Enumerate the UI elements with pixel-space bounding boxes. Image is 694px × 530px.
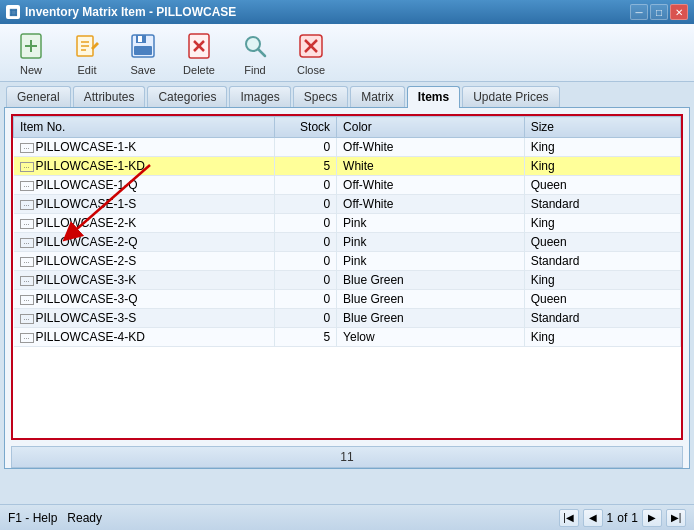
status-bar: F1 - Help Ready |◀ ◀ 1 of 1 ▶ ▶| [0,504,694,530]
cell-stock: 0 [274,214,337,233]
total-pages: 1 [631,511,638,525]
edit-button[interactable]: Edit [62,26,112,80]
tab-general[interactable]: General [6,86,71,107]
table-row[interactable]: ···PILLOWCASE-2-K0PinkKing [14,214,681,233]
col-header-item-no: Item No. [14,117,275,138]
window-title: Inventory Matrix Item - PILLOWCASE [25,5,236,19]
cell-item-no: ···PILLOWCASE-1-K [14,138,275,157]
cell-color: Off-White [337,176,525,195]
app-icon: ▦ [6,5,20,19]
items-table-wrapper[interactable]: Item No.StockColorSize ···PILLOWCASE-1-K… [11,114,683,440]
cell-item-no: ···PILLOWCASE-3-S [14,309,275,328]
close-icon [295,30,327,62]
svg-line-16 [258,49,265,56]
cell-size: Standard [524,309,680,328]
cell-stock: 0 [274,252,337,271]
cell-size: King [524,328,680,347]
table-row[interactable]: ···PILLOWCASE-4-KD5YelowKing [14,328,681,347]
row-expand-icon[interactable]: ··· [20,295,34,305]
cell-stock: 0 [274,290,337,309]
tab-categories[interactable]: Categories [147,86,227,107]
tab-matrix[interactable]: Matrix [350,86,405,107]
new-icon [15,30,47,62]
next-page-button[interactable]: ▶ [642,509,662,527]
cell-size: King [524,271,680,290]
cell-item-no: ···PILLOWCASE-4-KD [14,328,275,347]
new-label: New [20,64,42,76]
row-expand-icon[interactable]: ··· [20,238,34,248]
table-row[interactable]: ···PILLOWCASE-1-Q0Off-WhiteQueen [14,176,681,195]
save-button[interactable]: Save [118,26,168,80]
tabs-container: GeneralAttributesCategoriesImagesSpecsMa… [0,82,694,107]
row-expand-icon[interactable]: ··· [20,200,34,210]
close-label: Close [297,64,325,76]
title-bar: ▦ Inventory Matrix Item - PILLOWCASE ─ □… [0,0,694,24]
col-header-size: Size [524,117,680,138]
tab-specs[interactable]: Specs [293,86,348,107]
cell-color: Yelow [337,328,525,347]
row-expand-icon[interactable]: ··· [20,314,34,324]
new-button[interactable]: New [6,26,56,80]
table-row[interactable]: ···PILLOWCASE-3-S0Blue GreenStandard [14,309,681,328]
cell-item-no: ···PILLOWCASE-1-Q [14,176,275,195]
cell-color: White [337,157,525,176]
cell-color: Blue Green [337,309,525,328]
find-icon [239,30,271,62]
edit-label: Edit [78,64,97,76]
svg-rect-10 [138,36,142,42]
row-expand-icon[interactable]: ··· [20,181,34,191]
cell-color: Pink [337,233,525,252]
table-row[interactable]: ···PILLOWCASE-1-S0Off-WhiteStandard [14,195,681,214]
table-row[interactable]: ···PILLOWCASE-2-Q0PinkQueen [14,233,681,252]
window-close-button[interactable]: ✕ [670,4,688,20]
cell-stock: 0 [274,271,337,290]
table-row[interactable]: ···PILLOWCASE-3-K0Blue GreenKing [14,271,681,290]
cell-color: Off-White [337,195,525,214]
row-expand-icon[interactable]: ··· [20,143,34,153]
table-row[interactable]: ···PILLOWCASE-2-S0PinkStandard [14,252,681,271]
table-row[interactable]: ···PILLOWCASE-1-KD5WhiteKing [14,157,681,176]
row-expand-icon[interactable]: ··· [20,219,34,229]
find-button[interactable]: Find [230,26,280,80]
title-bar-left: ▦ Inventory Matrix Item - PILLOWCASE [6,5,236,19]
maximize-button[interactable]: □ [650,4,668,20]
svg-rect-11 [134,46,152,55]
find-label: Find [244,64,265,76]
cell-size: King [524,214,680,233]
cell-stock: 0 [274,233,337,252]
cell-stock: 5 [274,328,337,347]
cell-size: Standard [524,195,680,214]
row-expand-icon[interactable]: ··· [20,257,34,267]
delete-label: Delete [183,64,215,76]
cell-stock: 5 [274,157,337,176]
cell-item-no: ···PILLOWCASE-2-Q [14,233,275,252]
cell-item-no: ···PILLOWCASE-1-KD [14,157,275,176]
delete-button[interactable]: Delete [174,26,224,80]
minimize-button[interactable]: ─ [630,4,648,20]
of-label: of [617,511,627,525]
table-footer: 11 [11,446,683,468]
current-page: 1 [607,511,614,525]
table-row[interactable]: ···PILLOWCASE-1-K0Off-WhiteKing [14,138,681,157]
tab-images[interactable]: Images [229,86,290,107]
close-button[interactable]: Close [286,26,336,80]
row-expand-icon[interactable]: ··· [20,333,34,343]
cell-color: Blue Green [337,271,525,290]
tab-items[interactable]: Items [407,86,460,108]
page-indicator: 1 of 1 [607,511,638,525]
cell-color: Pink [337,214,525,233]
cell-color: Blue Green [337,290,525,309]
save-icon [127,30,159,62]
row-expand-icon[interactable]: ··· [20,162,34,172]
status-text: Ready [67,511,102,525]
first-page-button[interactable]: |◀ [559,509,579,527]
prev-page-button[interactable]: ◀ [583,509,603,527]
tab-attributes[interactable]: Attributes [73,86,146,107]
col-header-color: Color [337,117,525,138]
tab-update-prices[interactable]: Update Prices [462,86,559,107]
help-text: F1 - Help [8,511,57,525]
cell-size: King [524,157,680,176]
table-row[interactable]: ···PILLOWCASE-3-Q0Blue GreenQueen [14,290,681,309]
row-expand-icon[interactable]: ··· [20,276,34,286]
last-page-button[interactable]: ▶| [666,509,686,527]
